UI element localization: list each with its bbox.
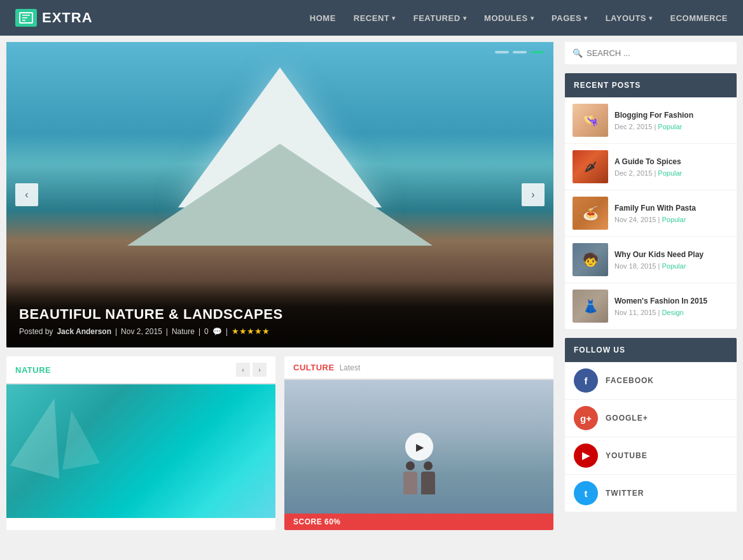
follow-header: FOLLOW US	[565, 338, 737, 362]
post-thumb-img-3: 🧒	[573, 243, 608, 276]
figure-1	[403, 461, 417, 494]
search-icon: 🔍	[573, 48, 583, 58]
culture-header-inner: CULTURE Latest	[293, 363, 360, 372]
play-button[interactable]: ▶	[405, 433, 433, 461]
post-thumb-4: 👗	[573, 290, 608, 323]
recent-post-4[interactable]: 👗 Women's Fashion In 2015 Nov 11, 2015 |…	[565, 283, 737, 329]
slider-next-button[interactable]: ›	[522, 183, 545, 206]
post-title-4: Women's Fashion In 2015	[615, 296, 729, 307]
post-tag-2: Popular	[662, 216, 686, 223]
follow-section: FOLLOW US f FACEBOOK g+ GOOGLE+ ▶ YOUTUB…	[565, 338, 737, 512]
nav-modules[interactable]: MODULES▾	[484, 13, 534, 23]
culture-image: ▶	[284, 380, 553, 514]
hero-caption: BEAUTIFUL NATURE & LANDSCAPES Posted by …	[6, 281, 553, 347]
slide-dot-2[interactable]	[513, 51, 527, 53]
nav-pages[interactable]: PAGES▾	[552, 13, 588, 23]
post-meta-2: Nov 24, 2015 | Popular	[615, 216, 729, 223]
post-tag-3: Popular	[662, 262, 686, 270]
recent-post-1[interactable]: 🌶 A Guide To Spices Dec 2, 2015 | Popula…	[565, 144, 737, 190]
nav-recent[interactable]: RECENT▾	[354, 13, 396, 23]
follow-youtube[interactable]: ▶ YOUTUBE	[565, 437, 737, 475]
youtube-label: YOUTUBE	[606, 451, 648, 460]
post-info-0: Blogging For Fashion Dec 2, 2015 | Popul…	[615, 110, 729, 130]
search-input[interactable]	[587, 48, 729, 58]
main-column: ‹ › BEAUTIFUL NATURE & LANDSCAPES Posted…	[6, 42, 553, 530]
hero-separator-1: |	[115, 327, 117, 336]
post-date-0: Dec 2, 2015	[615, 123, 652, 130]
follow-facebook[interactable]: f FACEBOOK	[565, 362, 737, 400]
slide-dot-1[interactable]	[495, 51, 509, 53]
post-info-3: Why Our Kids Need Play Nov 18, 2015 | Po…	[615, 249, 729, 270]
googleplus-label: GOOGLE+	[606, 414, 648, 423]
post-date-4: Nov 11, 2015	[615, 309, 656, 316]
nature-prev-button[interactable]: ‹	[236, 363, 250, 377]
nav-featured[interactable]: FEATURED▾	[413, 13, 466, 23]
post-tag-0: Popular	[658, 123, 682, 130]
post-tag-1: Popular	[658, 169, 682, 177]
post-title-0: Blogging For Fashion	[615, 110, 729, 121]
culture-section-header: CULTURE Latest	[284, 356, 553, 380]
youtube-icon: ▶	[574, 444, 598, 468]
facebook-icon: f	[574, 368, 598, 393]
twitter-label: TWITTER	[606, 489, 644, 498]
hero-meta: Posted by Jack Anderson | Nov 2, 2015 | …	[19, 326, 541, 336]
nav-home[interactable]: HOME	[310, 13, 336, 23]
post-tag-4: Design	[662, 309, 683, 316]
logo-text: EXTRA	[42, 10, 93, 26]
hero-slider: ‹ › BEAUTIFUL NATURE & LANDSCAPES Posted…	[6, 42, 553, 347]
figures	[403, 461, 435, 494]
post-thumb-img-0: 👒	[573, 104, 608, 137]
featured-chevron: ▾	[463, 15, 467, 22]
post-thumb-1: 🌶	[573, 150, 608, 183]
recent-posts-header: RECENT POSTS	[565, 73, 737, 97]
slide-indicators	[495, 51, 545, 53]
follow-twitter[interactable]: t TWITTER	[565, 475, 737, 512]
post-title-1: A Guide To Spices	[615, 157, 729, 167]
post-title-2: Family Fun With Pasta	[615, 203, 729, 214]
hero-separator-2: |	[166, 327, 168, 336]
recent-post-2[interactable]: 🍝 Family Fun With Pasta Nov 24, 2015 | P…	[565, 190, 737, 237]
hero-rating: ★★★★★	[232, 326, 270, 336]
nature-label: NATURE	[15, 365, 51, 375]
comment-icon: 💬	[212, 327, 222, 336]
slider-prev-button[interactable]: ‹	[15, 183, 38, 206]
post-meta-0: Dec 2, 2015 | Popular	[615, 123, 729, 130]
nature-image	[6, 384, 275, 518]
nature-next-button[interactable]: ›	[253, 363, 267, 377]
googleplus-icon: g+	[574, 406, 598, 430]
hero-author-label: Posted by	[19, 327, 53, 336]
score-bar: SCORE 60%	[284, 514, 553, 530]
recent-post-3[interactable]: 🧒 Why Our Kids Need Play Nov 18, 2015 | …	[565, 237, 737, 283]
culture-label: CULTURE	[293, 363, 335, 372]
twitter-icon: t	[574, 481, 598, 505]
slide-dot-3[interactable]	[531, 51, 545, 53]
nav-layouts[interactable]: LAYOUTS▾	[606, 13, 653, 23]
post-meta-3: Nov 18, 2015 | Popular	[615, 262, 729, 270]
post-thumb-img-4: 👗	[573, 290, 608, 323]
sidebar-search-box[interactable]: 🔍	[565, 42, 737, 64]
main-nav: HOME RECENT▾ FEATURED▾ MODULES▾ PAGES▾ L…	[310, 13, 728, 23]
post-thumb-img-2: 🍝	[573, 197, 608, 230]
hero-separator-3: |	[198, 327, 200, 336]
site-logo[interactable]: EXTRA	[15, 9, 93, 27]
follow-googleplus[interactable]: g+ GOOGLE+	[565, 400, 737, 437]
modules-chevron: ▾	[531, 15, 534, 22]
recent-post-0[interactable]: 👒 Blogging For Fashion Dec 2, 2015 | Pop…	[565, 97, 737, 144]
post-thumb-2: 🍝	[573, 197, 608, 230]
post-meta-1: Dec 2, 2015 | Popular	[615, 169, 729, 177]
post-thumb-3: 🧒	[573, 243, 608, 276]
hero-separator-4: |	[226, 327, 228, 336]
nature-nav: ‹ ›	[236, 363, 267, 377]
recent-posts-section: RECENT POSTS 👒 Blogging For Fashion Dec …	[565, 73, 737, 329]
figure-2-body	[421, 472, 435, 494]
post-date-3: Nov 18, 2015	[615, 262, 656, 270]
logo-icon	[15, 9, 37, 27]
nature-section: NATURE ‹ ›	[6, 356, 275, 530]
post-title-3: Why Our Kids Need Play	[615, 249, 729, 260]
nature-section-header: NATURE ‹ ›	[6, 356, 275, 384]
site-header: EXTRA HOME RECENT▾ FEATURED▾ MODULES▾ PA…	[0, 0, 743, 36]
culture-sub-label: Latest	[340, 363, 361, 372]
nav-ecommerce[interactable]: ECOMMERCE	[670, 13, 728, 23]
hero-title: BEAUTIFUL NATURE & LANDSCAPES	[19, 306, 541, 323]
hero-author: Jack Anderson	[57, 327, 111, 336]
